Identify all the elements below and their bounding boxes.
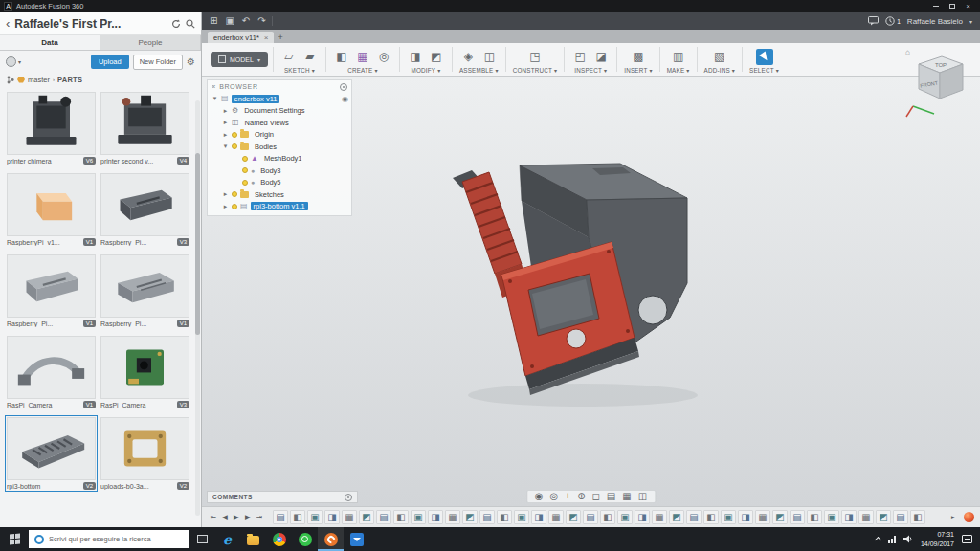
timeline-feature-icon[interactable]: ◧ — [600, 510, 615, 524]
step-back-button[interactable]: ◀ — [219, 511, 231, 524]
collapse-icon[interactable]: ▾ — [222, 143, 229, 150]
ribbon-group-label[interactable]: SELECT ▾ — [749, 67, 779, 74]
part-item[interactable]: RasPi_CameraV3 — [100, 336, 189, 408]
timeline-feature-icon[interactable]: ▤ — [686, 510, 702, 524]
go-to-end-button[interactable]: ⇥ — [254, 511, 265, 524]
timeline-feature-icon[interactable]: ◨ — [324, 510, 340, 524]
tab-people[interactable]: People — [100, 35, 201, 50]
taskbar-app-chrome[interactable] — [266, 527, 292, 551]
timeline-feature-icon[interactable]: ◨ — [428, 510, 443, 524]
tab-data[interactable]: Data — [0, 35, 100, 50]
sketch-palette-icon[interactable]: ▰ — [301, 49, 319, 65]
timeline-feature-icon[interactable]: ◨ — [841, 510, 857, 524]
timeline-feature-icon[interactable]: ▦ — [755, 510, 770, 524]
timeline-feature-icon[interactable]: ▦ — [445, 510, 460, 524]
apps-grid-icon[interactable]: ⊞ — [210, 16, 217, 26]
ribbon-group-label[interactable]: MAKE ▾ — [667, 67, 690, 74]
visibility-bulb-icon[interactable] — [232, 132, 237, 138]
home-icon[interactable]: ⌂ — [905, 48, 910, 56]
visibility-bulb-icon[interactable] — [232, 191, 237, 197]
timeline-feature-icon[interactable]: ▣ — [514, 510, 529, 524]
timeline-feature-icon[interactable]: ▤ — [790, 510, 805, 524]
timeline-feature-icon[interactable]: ◨ — [738, 510, 753, 524]
view-cube[interactable]: ⌂ TOP FRONT — [903, 45, 970, 121]
timeline-feature-icon[interactable]: ▤ — [893, 510, 908, 524]
taskbar-app-mail[interactable] — [344, 527, 369, 551]
section-icon[interactable]: ◪ — [592, 49, 610, 65]
timeline-feature-icon[interactable]: ▣ — [617, 510, 633, 524]
browser-row[interactable]: ●Body3 — [208, 165, 351, 177]
collapse-icon[interactable]: ▾ — [212, 95, 218, 102]
measure-icon[interactable]: ◰ — [571, 49, 589, 65]
taskbar-app-whatsapp[interactable] — [292, 527, 318, 551]
browser-item-label[interactable]: Origin — [252, 130, 277, 139]
search-input[interactable] — [49, 535, 184, 543]
visibility-bulb-icon[interactable] — [242, 167, 248, 173]
timeline-feature-icon[interactable]: ◩ — [462, 510, 478, 524]
timeline-feature-icon[interactable]: ◩ — [669, 510, 684, 524]
comment-icon[interactable] — [868, 16, 879, 26]
joint-icon[interactable]: ◫ — [480, 49, 498, 65]
3d-print-icon[interactable]: ▥ — [670, 49, 687, 65]
timeline-feature-icon[interactable]: ◨ — [531, 510, 546, 524]
fillet-icon[interactable]: ◩ — [428, 49, 445, 65]
timeline-feature-icon[interactable]: ▦ — [858, 510, 874, 524]
timeline-feature-icon[interactable]: ◩ — [359, 510, 374, 524]
step-forward-button[interactable]: ▶ — [242, 511, 254, 524]
browser-item-label[interactable]: Bodies — [252, 143, 279, 151]
network-icon[interactable] — [888, 536, 896, 543]
timeline-feature-icon[interactable]: ◩ — [772, 510, 788, 524]
timeline-feature-icon[interactable]: ▦ — [548, 510, 564, 524]
filter-dropdown[interactable]: ▾ — [6, 56, 21, 67]
part-item[interactable]: printer second v...V4 — [100, 92, 189, 165]
browser-row[interactable]: ▸⚙Document Settings — [208, 105, 351, 118]
close-button[interactable]: × — [960, 0, 976, 12]
ribbon-group-label[interactable]: INSERT ▾ — [624, 67, 652, 74]
timeline-feature-icon[interactable]: ▤ — [273, 510, 288, 524]
part-item[interactable]: Raspberry_Pi...V1 — [100, 254, 189, 327]
ribbon-group-label[interactable]: ADD-INS ▾ — [704, 67, 736, 74]
timeline-feature-icon[interactable]: ◧ — [497, 510, 512, 524]
back-button[interactable]: ‹ — [6, 17, 10, 30]
browser-row[interactable]: ▸▤rpi3-bottom v1.1 — [208, 201, 351, 213]
create-sketch-icon[interactable]: ▱ — [280, 49, 298, 65]
visibility-bulb-icon[interactable] — [242, 156, 248, 162]
taskbar-search[interactable] — [29, 530, 189, 548]
form-icon[interactable]: ▦ — [354, 49, 371, 65]
ribbon-group-label[interactable]: CONSTRUCT ▾ — [513, 67, 558, 74]
ribbon-group-label[interactable]: CREATE ▾ — [347, 67, 378, 74]
browser-item-label[interactable]: Body3 — [257, 166, 283, 175]
pan-icon[interactable]: + — [565, 492, 570, 501]
comments-options-icon[interactable] — [345, 494, 352, 501]
part-item[interactable]: printer chimeraV6 — [7, 92, 96, 165]
timeline-feature-icon[interactable]: ◧ — [393, 510, 409, 524]
timeline-feature-icon[interactable]: ▣ — [411, 510, 426, 524]
browser-item-label[interactable]: MeshBody1 — [261, 154, 305, 163]
browser-row[interactable]: ▾Bodies — [208, 141, 351, 153]
chevron-down-icon[interactable]: ▾ — [969, 18, 972, 25]
browser-row[interactable]: ▸◫Named Views — [208, 117, 351, 129]
comments-bar[interactable]: COMMENTS — [207, 491, 358, 503]
browser-item-label[interactable]: Sketches — [252, 190, 287, 199]
scripts-icon[interactable]: ▧ — [711, 49, 728, 65]
volume-icon[interactable] — [903, 535, 913, 543]
browser-row[interactable]: ●Body5 — [208, 177, 351, 189]
browser-row[interactable]: ▸Sketches — [208, 188, 351, 201]
browser-item-label[interactable]: enderbox v11 — [232, 95, 280, 103]
viewcube-top-face[interactable]: TOP — [935, 62, 947, 68]
redo-icon[interactable]: ↷ — [257, 16, 265, 26]
refresh-icon[interactable] — [171, 19, 181, 29]
visibility-bulb-icon[interactable] — [232, 204, 237, 209]
ribbon-group-label[interactable]: MODIFY ▾ — [411, 67, 440, 74]
browser-item-label[interactable]: Document Settings — [241, 106, 307, 115]
display-settings-icon[interactable]: ▤ — [607, 492, 615, 501]
taskbar-app-fusion-360[interactable] — [318, 527, 344, 551]
browser-row[interactable]: ▸Origin — [208, 129, 351, 142]
plane-icon[interactable]: ◳ — [526, 49, 544, 65]
box-icon[interactable]: ◧ — [333, 49, 350, 65]
browser-options-icon[interactable] — [340, 83, 347, 91]
new-component-icon[interactable]: ◈ — [459, 49, 477, 65]
timeline-feature-icon[interactable]: ◩ — [566, 510, 581, 524]
browser-row[interactable]: ▾▤enderbox v11◉ — [208, 93, 351, 105]
expand-icon[interactable]: ▸ — [222, 119, 229, 126]
